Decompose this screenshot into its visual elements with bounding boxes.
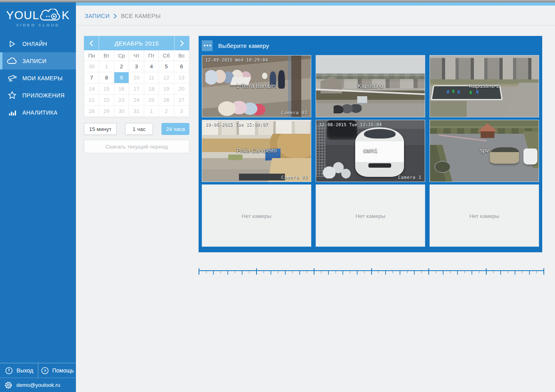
timeline-tick	[457, 271, 458, 275]
calendar-day[interactable]: 30	[84, 61, 99, 72]
timeline-tick	[350, 271, 350, 273]
camera-tile-kapustino[interactable]: Kapustino	[316, 55, 425, 117]
camera-tile-terra-bambini[interactable]: 12-09-2015 Wed 10:29:04 1 Terra Bambini …	[202, 55, 311, 117]
timeline-ruler[interactable]	[199, 265, 543, 277]
camera-select-panel: Выберите камеру 12-09-2015 Wed 10:29:04 …	[199, 36, 542, 252]
calendar-day[interactable]: 19	[159, 83, 174, 95]
timeline-tick	[486, 268, 487, 275]
camera-tile-kapustino-2[interactable]: Kapustino 2	[430, 55, 539, 117]
timeline-tick	[249, 271, 250, 273]
calendar-day[interactable]: 27	[174, 95, 189, 106]
timeline-tick	[206, 271, 207, 273]
calendar-day[interactable]: 1	[99, 61, 114, 72]
calendar-day[interactable]: 15	[99, 83, 114, 95]
calendar-day[interactable]: 25	[144, 95, 159, 106]
calendar-day[interactable]: 7	[84, 72, 99, 83]
calendar-day[interactable]: 2	[159, 106, 174, 117]
timeline-tick	[342, 271, 343, 275]
timestamp-overlay: 12-09-2015 Wed 10:29:04	[205, 57, 268, 62]
sidebar-item-apps[interactable]: ПРИЛОЖЕНИЯ	[0, 87, 76, 104]
camera-id-overlay: Camera 01	[281, 110, 308, 115]
calendar-day[interactable]: 20	[174, 83, 189, 95]
calendar-day[interactable]: 9	[114, 72, 129, 83]
timeline-tick	[400, 271, 400, 275]
empty-camera-slot: Нет камеры	[316, 184, 425, 247]
calendar-day[interactable]: 3	[129, 61, 144, 72]
timeline-tick	[235, 271, 235, 273]
timeline-tick	[529, 271, 530, 275]
calendar-day[interactable]: 17	[129, 83, 144, 95]
calendar-day[interactable]: 22	[99, 95, 114, 106]
logo-subtitle: VIDEO CLOUD	[0, 23, 76, 27]
camera-name-label: spv	[430, 147, 539, 154]
calendar-day[interactable]: 14	[84, 83, 99, 95]
scene-art	[357, 96, 367, 104]
logout-button[interactable]: Выход	[0, 363, 38, 378]
camera-tile-spv[interactable]: spv	[430, 120, 539, 182]
camera-name-label: 1 Terra Bambini	[202, 83, 311, 89]
timeline-tick	[285, 271, 286, 275]
account-settings[interactable]: demo@youlook.ru	[0, 378, 76, 392]
calendar-day[interactable]: 26	[159, 95, 174, 106]
calendar-day[interactable]: 6	[174, 61, 189, 72]
scene-art	[430, 101, 467, 117]
calendar-day[interactable]: 12	[159, 72, 174, 83]
calendar-prev-button[interactable]	[84, 36, 99, 50]
calendar-day[interactable]: 8	[99, 72, 114, 83]
logo-text-right: K	[62, 9, 70, 22]
camera-tile-praia-carvoeiro[interactable]: 10-06-2015 Tue 15:00:07 Praia Carvoeiro …	[202, 120, 311, 182]
camera-tile-cam1[interactable]: 12-08-2015 Tue 12:15:04 cam1 Camera 1	[316, 120, 425, 182]
timeline-tick	[479, 271, 479, 273]
calendar-day[interactable]: 28	[84, 106, 99, 117]
scene-art	[262, 73, 268, 79]
timeline-tick	[421, 271, 422, 273]
timeline-tick	[385, 271, 386, 275]
camera-id-overlay: Camera 1	[398, 175, 422, 180]
timeline-tick	[428, 268, 429, 275]
breadcrumb-section[interactable]: ЗАПИСИ	[85, 13, 109, 19]
calendar-day[interactable]: 30	[114, 106, 129, 117]
sidebar-item-label: МОИ КАМЕРЫ	[22, 75, 63, 81]
calendar-day[interactable]: 23	[114, 95, 129, 106]
timeline-tick	[278, 271, 278, 273]
calendar-day[interactable]: 3	[174, 106, 189, 117]
sidebar-item-analytics[interactable]: АНАЛИТИКА	[0, 104, 76, 121]
calendar-day[interactable]: 16	[114, 83, 129, 95]
sidebar-item-online[interactable]: ОНЛАЙН	[0, 35, 76, 52]
calendar-day[interactable]: 2	[114, 61, 129, 72]
timeline-tick	[507, 271, 508, 273]
svg-text:?: ?	[44, 368, 46, 373]
help-button[interactable]: ? Помощь	[38, 363, 76, 378]
calendar-next-button[interactable]	[174, 36, 189, 50]
timeline-tick	[271, 271, 271, 275]
weekday-label: Сб	[159, 50, 174, 61]
calendar-day[interactable]: 5	[159, 61, 174, 72]
calendar-day[interactable]: 4	[144, 61, 159, 72]
calendar-day[interactable]: 11	[144, 72, 159, 83]
timeline-tick	[471, 271, 472, 275]
calendar-day[interactable]: 18	[144, 83, 159, 95]
calendar-day[interactable]: 29	[99, 106, 114, 117]
calendar-day[interactable]: 1	[144, 106, 159, 117]
calendar-day[interactable]: 21	[84, 95, 99, 106]
camera-panel-header: Выберите камеру	[202, 39, 539, 52]
calendar-day[interactable]: 31	[129, 106, 144, 117]
sidebar-item-records[interactable]: ЗАПИСИ	[0, 52, 76, 69]
calendar-day[interactable]: 13	[174, 72, 189, 83]
calendar-body: ПнВтСрЧтПтСбВс 3012345678910111213141516…	[84, 50, 189, 117]
play-icon	[7, 40, 17, 48]
download-period-button[interactable]: Скачать текущий период	[84, 140, 189, 153]
timeline-tick	[328, 271, 329, 275]
period-24hours-button[interactable]: 24 часа	[161, 123, 189, 135]
calendar-day[interactable]: 10	[129, 72, 144, 83]
sidebar-item-label: АНАЛИТИКА	[22, 109, 58, 116]
timeline-tick	[436, 271, 436, 273]
calendar-day[interactable]: 24	[129, 95, 144, 106]
period-1hour-button[interactable]: 1 час	[125, 123, 153, 135]
sidebar-item-my-cameras[interactable]: МОИ КАМЕРЫ	[0, 69, 76, 87]
weekday-label: Пн	[84, 50, 99, 61]
timeline-tick	[493, 271, 494, 273]
period-15min-button[interactable]: 15 минут	[84, 123, 117, 135]
brand-logo: YOUL K VIDEO CLOUD	[0, 2, 76, 30]
grid-menu-icon[interactable]	[202, 40, 213, 51]
